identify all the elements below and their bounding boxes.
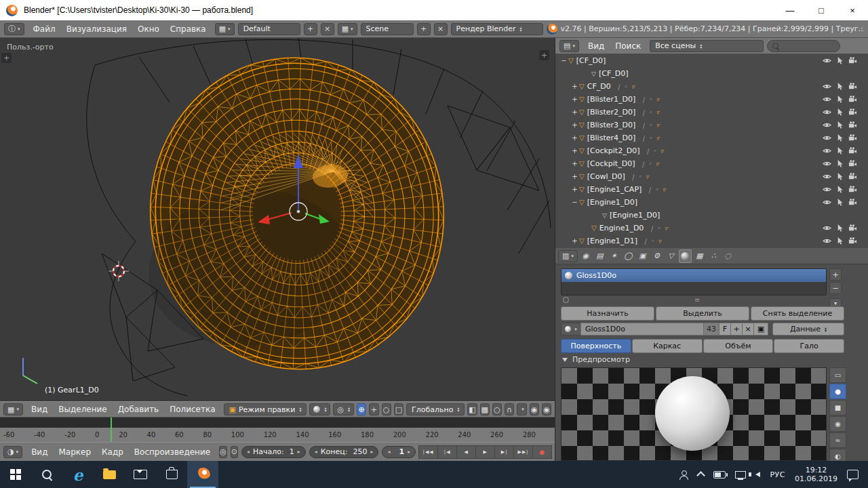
texture-tab[interactable]: ▦ [693,249,706,263]
outliner-item-label[interactable]: [Cowl_D0] [587,172,625,181]
selectability-cursor-icon[interactable] [835,185,844,194]
outliner-row[interactable]: ▽ [Engine1_D0] |◦▿ [555,209,868,222]
preview-monkey-button[interactable]: ◉ [829,416,846,432]
selectability-cursor-icon[interactable] [835,134,844,142]
expand-toggle-icon[interactable] [570,237,579,245]
renderability-camera-icon[interactable] [848,82,857,91]
action-center-icon[interactable] [847,470,859,479]
outliner-row[interactable]: ▽ [Cockpit_D0] |◦▿ [555,157,868,170]
jump-to-end-button[interactable]: ▶▶| [513,445,533,459]
snap-magnet-button[interactable]: ∩ [505,403,514,415]
viewport-editor-type-button[interactable] [3,403,23,415]
current-frame-marker[interactable] [111,418,112,442]
outliner-row[interactable]: ▽ [Engine1_D1] |◦▿ [555,235,868,247]
renderability-camera-icon[interactable] [848,134,857,142]
properties-shelf-expand-icon[interactable]: + [539,50,549,60]
edge-browser-button[interactable] [62,461,94,488]
expand-toggle-icon[interactable] [570,186,579,193]
pivot-select[interactable]: ◎ [333,403,354,415]
outliner-item-label[interactable]: [Cockpit2_D0] [587,146,640,155]
outliner-display-mode-select[interactable]: Все сцены [650,40,764,52]
expand-toggle-icon[interactable] [570,173,579,180]
volume-tab[interactable]: Объём [703,339,774,353]
menu-frame[interactable]: Кадр [96,447,129,457]
object-data-tab[interactable]: ▽ [665,249,677,263]
outliner-row[interactable]: ▽ [Blister2_D0] |◦▿ [555,106,868,119]
pin-id-button[interactable]: ▣ [753,323,768,336]
expand-toggle-icon[interactable] [570,147,579,155]
menu-playback[interactable]: Воспроизведение [129,447,216,457]
selectability-cursor-icon[interactable] [835,108,844,117]
menu-window[interactable]: Окно [132,24,165,34]
selectability-cursor-icon[interactable] [835,237,844,245]
visibility-eye-icon[interactable] [823,224,831,232]
deselect-button[interactable]: Снять выделение [751,306,844,321]
outliner-item-label[interactable]: [Engine1_D1] [587,237,637,245]
people-icon[interactable] [679,470,688,479]
preview-panel-header[interactable]: Предпросмотр [562,355,630,364]
menu-search[interactable]: Поиск [610,41,646,51]
manipulator-toggle-button[interactable]: ⊕ [357,403,366,415]
renderability-camera-icon[interactable] [848,224,857,232]
opengl-render-button[interactable]: ◉ [530,403,539,415]
renderability-camera-icon[interactable] [848,185,857,194]
occlude-geometry-button[interactable]: ▩ [480,403,490,415]
selectability-cursor-icon[interactable] [835,56,844,65]
material-slot-row[interactable]: Gloss1D0o [561,269,826,282]
new-material-button[interactable] [730,323,743,336]
toolshelf-expand-icon[interactable]: + [1,53,12,63]
selectability-cursor-icon[interactable] [835,146,844,155]
outliner-row[interactable]: ▽ [CF_D0] |◦▿ [555,54,868,67]
menu-mesh[interactable]: Полисетка [164,405,220,414]
material-tab[interactable] [679,249,692,263]
timeline-editor-type-button[interactable] [3,446,22,458]
frame-start-field[interactable]: Начало: 1 [241,446,306,458]
viewport-canvas[interactable] [0,38,555,401]
remove-material-slot-button[interactable] [829,282,842,294]
renderability-camera-icon[interactable] [848,56,857,65]
minimize-button[interactable]: — [774,0,806,20]
outliner-item-label[interactable]: [Cockpit_D0] [587,159,635,168]
screen-layout-name[interactable]: Default [238,23,300,35]
menu-select[interactable]: Выделение [53,405,112,414]
outliner-item-label[interactable]: [Engine1_D0] [610,211,660,220]
expand-toggle-icon[interactable] [570,199,579,206]
editor-type-button[interactable] [4,23,24,35]
selectability-cursor-icon[interactable] [835,159,844,168]
selectability-cursor-icon[interactable] [835,224,844,232]
play-button[interactable]: ▶ [475,445,495,459]
outliner-row[interactable]: ▽ [Cowl_D0] |◦▿ [555,170,868,183]
outliner-item-label[interactable]: [Blister2_D0] [587,108,636,117]
scene-name[interactable]: Scene [361,23,414,35]
manipulator-translate-button[interactable]: + [369,403,378,415]
visibility-eye-icon[interactable] [823,82,831,91]
outliner-item-label[interactable]: [CF_D0] [599,69,629,78]
preview-cube-button[interactable]: ■ [829,400,846,415]
opengl-render-anim-button[interactable]: ◉ [542,403,551,415]
assign-button[interactable]: Назначить [561,306,654,321]
renderability-camera-icon[interactable] [848,108,857,117]
selectability-cursor-icon[interactable] [835,82,844,91]
visibility-eye-icon[interactable] [823,95,831,104]
menu-view[interactable]: Вид [583,41,610,51]
outliner-row[interactable]: ▽ Engine1_D0 |◦▿ [555,222,868,235]
outliner-item-label[interactable]: [Blister1_D0] [587,95,636,104]
timeline-ruler[interactable]: -60-40-200204060801001201401601802002202… [0,428,555,442]
surface-tab[interactable]: Поверхность [561,339,631,353]
renderability-camera-icon[interactable] [848,95,857,104]
selectability-cursor-icon[interactable] [835,172,844,181]
preview-sphere-button[interactable]: ● [829,384,846,399]
clock[interactable]: 19:12 01.06.2019 [795,466,837,483]
object-tab[interactable]: ▣ [636,249,649,263]
timeline-track-area[interactable] [0,418,555,428]
frame-end-field[interactable]: Конец: 250 [309,446,379,458]
outliner-item-label[interactable]: [CF_D0] [576,56,606,65]
limit-selection-button[interactable]: ◧ [467,403,477,415]
outliner-item-label[interactable]: [Blister3_D0] [587,121,636,129]
modifiers-tab[interactable]: ⚙ [650,249,663,263]
outliner-item-label[interactable]: [Engine1_D0] [587,198,637,207]
visibility-eye-icon[interactable] [823,56,831,65]
renderability-camera-icon[interactable] [848,146,857,155]
render-layers-tab[interactable]: ▤ [593,249,606,263]
scene-browse-button[interactable] [338,23,357,35]
